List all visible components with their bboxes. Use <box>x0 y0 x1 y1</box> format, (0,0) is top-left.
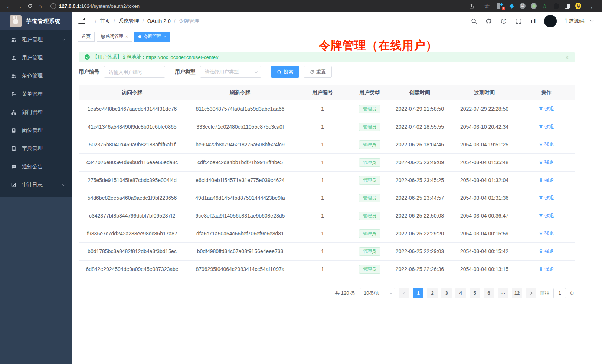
table-header-cell: 创建时间 <box>389 85 451 100</box>
sidebar-menu-item[interactable]: 通知公告 <box>0 158 72 176</box>
create-time-cell: 2022-06-26 18:04:46 <box>389 136 451 153</box>
force-logout-button[interactable]: 强退 <box>539 230 554 237</box>
user-id-cell: 1 <box>295 118 350 136</box>
search-button[interactable]: 搜索 <box>271 66 299 78</box>
sidebar: 芋道管理系统 租户管理 用户管理 角色管理 <box>0 12 72 364</box>
sidebar-menu-item[interactable]: 字典管理 <box>0 139 72 158</box>
github-icon[interactable] <box>485 17 493 25</box>
page-number-button[interactable]: 3 <box>441 288 452 298</box>
tab-close-icon[interactable]: × <box>125 34 128 39</box>
sidebar-toggle-icon[interactable] <box>78 17 86 25</box>
sidebar-menu-item[interactable]: 岗位管理 <box>0 121 72 139</box>
user-id-cell: 1 <box>295 260 350 278</box>
sidebar-menu-item[interactable]: OAuth 2.0 <box>0 194 72 197</box>
goto-page-input[interactable] <box>553 288 566 298</box>
user-avatar[interactable] <box>544 15 557 27</box>
force-logout-button[interactable]: 强退 <box>539 212 554 219</box>
user-menu-caret-icon[interactable] <box>590 19 593 22</box>
select-chevron-icon <box>390 291 392 294</box>
force-logout-button[interactable]: 强退 <box>539 177 554 183</box>
back-icon[interactable]: ← <box>4 1 14 10</box>
breadcrumb-item[interactable]: / 令牌管理 <box>171 18 200 24</box>
sidebar-menu-item[interactable]: 审计日志 <box>0 176 72 194</box>
reset-button[interactable]: 重置 <box>304 66 332 78</box>
table-header-cell: 刷新令牌 <box>186 85 295 100</box>
sidebar-menu-item[interactable]: 用户管理 <box>0 49 72 67</box>
font-size-icon[interactable]: тT <box>529 17 537 25</box>
table-row: 6d842e2924594de9a09e45e087323abe 8796295… <box>79 260 575 278</box>
forward-icon[interactable]: → <box>14 1 24 10</box>
reload-icon[interactable] <box>24 1 35 10</box>
breadcrumb-item[interactable]: / 系统管理 <box>110 18 139 24</box>
browser-menu-icon[interactable]: ⋮ <box>586 1 597 10</box>
user-id-input[interactable] <box>104 66 165 78</box>
page-number-button[interactable]: 6 <box>484 288 494 298</box>
page-number-button[interactable]: 2 <box>427 288 438 298</box>
force-logout-button[interactable]: 强退 <box>539 106 554 112</box>
share-icon[interactable] <box>466 1 477 10</box>
extensions-puzzle-icon[interactable] <box>553 3 559 9</box>
breadcrumb-item[interactable]: / 首页 <box>92 18 110 24</box>
view-tab[interactable]: 敏感词管理 × <box>97 32 132 42</box>
fullscreen-icon[interactable] <box>514 17 523 25</box>
tenants-icon <box>10 36 17 43</box>
breadcrumb-item[interactable]: / OAuth 2.0 <box>139 18 171 24</box>
force-logout-button[interactable]: 强退 <box>539 159 554 166</box>
view-tab[interactable]: 首页 × <box>78 32 95 42</box>
user-type-cell: 管理员 <box>350 260 389 278</box>
page-number-button[interactable]: 5 <box>470 288 480 298</box>
user-id-cell: 1 <box>295 100 350 118</box>
dept-icon <box>10 109 17 115</box>
doc-alert: 【用户体系】文档地址： https://doc.iocoder.cn/user-… <box>79 52 575 62</box>
app-logo[interactable]: 芋道管理系统 <box>0 12 72 30</box>
refresh-token-cell: 49d1aa46d1454fbd87591444423be9fa <box>186 189 295 207</box>
extension-star-icon[interactable]: ☆ <box>542 3 548 9</box>
create-time-cell: 2022-07-02 18:55:55 <box>389 118 451 136</box>
home-icon[interactable]: ⌂ <box>35 1 45 10</box>
prev-page-button[interactable] <box>399 288 409 298</box>
extension-record-icon[interactable] <box>531 3 537 9</box>
page-number-button[interactable]: 4 <box>455 288 466 298</box>
extension-command-icon[interactable]: ⌘ <box>520 3 526 9</box>
page-number-button[interactable]: 12 <box>512 288 522 298</box>
sidebar-menu-item[interactable]: 部门管理 <box>0 103 72 121</box>
sidebar-menu-item[interactable]: 角色管理 <box>0 67 72 85</box>
page-number-button[interactable]: 1 <box>413 288 423 298</box>
extension-gem-icon[interactable] <box>508 3 514 9</box>
force-logout-button[interactable]: 强退 <box>539 195 554 201</box>
tab-close-icon[interactable]: × <box>164 34 166 39</box>
create-time-cell: 2022-06-25 23:44:57 <box>389 189 451 207</box>
help-icon[interactable]: ? <box>500 17 508 25</box>
sidebar-menu-item[interactable]: 菜单管理 <box>0 85 72 103</box>
user-type-select[interactable]: 请选择用户类型 <box>200 66 261 78</box>
access-token-cell: b0d1785bc3a8482f812db4a3f3bd15ec <box>79 242 186 260</box>
page-size-select[interactable]: 10条/页 <box>360 288 395 298</box>
top-navbar: / 首页 / 系统管理 / OAuth 2.0 / <box>72 12 602 30</box>
user-name[interactable]: 芋道源码 <box>563 18 584 24</box>
page-number-button[interactable]: ··· <box>498 288 508 298</box>
action-cell: 强退 <box>518 171 575 189</box>
alert-close-icon[interactable]: × <box>565 54 569 60</box>
side-panel-icon[interactable] <box>564 3 570 9</box>
next-page-button[interactable] <box>526 288 536 298</box>
table-row: f9336e7c7dd242a283ee98dc86b17a87 dfa6c71… <box>79 225 575 242</box>
table-row: b0d1785bc3a8482f812db4a3f3bd15ec b0df498… <box>79 242 575 260</box>
action-cell: 强退 <box>518 118 575 136</box>
alert-doc-link[interactable]: https://doc.iocoder.cn/user-center/ <box>146 54 219 60</box>
chevron-icon <box>62 37 65 40</box>
force-logout-button[interactable]: 强退 <box>539 141 554 148</box>
sidebar-menu-label: 菜单管理 <box>22 91 65 97</box>
select-chevron-icon <box>255 70 258 73</box>
force-logout-button[interactable]: 强退 <box>539 266 554 272</box>
force-logout-button[interactable]: 强退 <box>539 123 554 130</box>
sidebar-menu-item[interactable]: 租户管理 <box>0 30 72 49</box>
view-tab[interactable]: 令牌管理 × <box>134 32 170 42</box>
profile-avatar-icon[interactable] <box>575 3 581 9</box>
extension-grid-icon[interactable]: 9 <box>497 3 503 9</box>
search-icon[interactable] <box>470 17 478 25</box>
bookmark-star-icon[interactable]: ☆ <box>482 1 492 10</box>
force-logout-button[interactable]: 强退 <box>539 248 554 255</box>
address-bar[interactable]: 127.0.0.1:1024/system/oauth2/token <box>59 3 140 9</box>
site-info-icon[interactable]: i <box>50 3 56 9</box>
table-header-row: 访问令牌刷新令牌用户编号用户类型创建时间过期时间操作 <box>79 85 575 100</box>
